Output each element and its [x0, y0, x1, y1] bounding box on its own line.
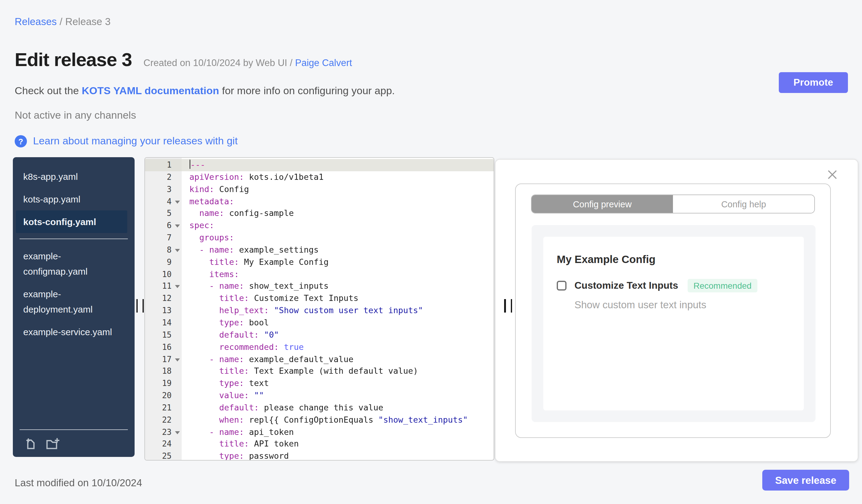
code-line-4[interactable]: 4metadata:	[145, 196, 494, 208]
title-row: Edit release 3 Created on 10/10/2024 by …	[15, 49, 352, 71]
fold-arrow-icon[interactable]	[175, 431, 180, 434]
code-text: type: text	[181, 377, 269, 389]
file-sidebar: k8s-app.yamlkots-app.yamlkots-config.yam…	[13, 157, 134, 457]
code-line-14[interactable]: 14 type: bool	[145, 317, 494, 329]
code-line-21[interactable]: 21 default: please change this value	[145, 402, 494, 414]
line-number: 24	[145, 438, 181, 450]
yaml-editor[interactable]: 1---2apiVersion: kots.io/v1beta13kind: C…	[144, 157, 494, 461]
fold-arrow-icon[interactable]	[175, 358, 180, 361]
fold-arrow-icon[interactable]	[175, 249, 180, 252]
config-item-row: Customize Text Inputs Recommended	[557, 279, 804, 292]
code-line-7[interactable]: 7 groups:	[145, 232, 494, 244]
code-line-20[interactable]: 20 value: ""	[145, 389, 494, 402]
config-preview-panel: Config previewConfig help My Example Con…	[495, 159, 858, 462]
code-line-18[interactable]: 18 title: Text Example (with default val…	[145, 366, 494, 378]
page-title: Edit release 3	[15, 49, 132, 71]
code-line-2[interactable]: 2apiVersion: kots.io/v1beta1	[145, 171, 494, 184]
line-number: 12	[145, 293, 181, 305]
code-line-15[interactable]: 15 default: "0"	[145, 329, 494, 341]
code-text: name: config-sample	[181, 208, 293, 220]
code-line-11[interactable]: 11 - name: show_text_inputs	[145, 280, 494, 293]
breadcrumb-releases-link[interactable]: Releases	[15, 16, 57, 27]
code-line-24[interactable]: 24 title: API token	[145, 438, 494, 450]
code-text: ---	[181, 159, 494, 171]
file-item-k8s-app.yaml[interactable]: k8s-app.yaml	[13, 165, 134, 188]
question-icon: ?	[15, 135, 27, 147]
sidebar-resize-handle[interactable]	[136, 299, 138, 313]
line-number: 9	[145, 256, 181, 268]
git-releases-link[interactable]: Learn about managing your releases with …	[33, 135, 238, 147]
code-line-9[interactable]: 9 title: My Example Config	[145, 256, 494, 268]
docs-suffix: for more info on configuring your app.	[219, 85, 395, 97]
code-text: apiVersion: kots.io/v1beta1	[181, 171, 324, 184]
config-card: Config previewConfig help My Example Con…	[515, 184, 831, 438]
code-line-25[interactable]: 25 type: password	[145, 450, 494, 461]
config-item-label: Customize Text Inputs	[574, 280, 678, 291]
sidebar-resize-handle[interactable]	[142, 299, 144, 313]
line-number: 15	[145, 329, 181, 341]
git-help-row: ? Learn about managing your releases wit…	[15, 135, 238, 147]
code-line-1[interactable]: 1---	[145, 159, 494, 171]
editor-code-area[interactable]: 1---2apiVersion: kots.io/v1beta13kind: C…	[145, 159, 494, 461]
file-item-example-service.yaml[interactable]: example-service.yaml	[13, 320, 134, 343]
new-file-icon[interactable]	[24, 437, 37, 450]
code-line-3[interactable]: 3kind: Config	[145, 183, 494, 196]
code-line-12[interactable]: 12 title: Customize Text Inputs	[145, 293, 494, 305]
code-line-13[interactable]: 13 help_text: "Show custom user text inp…	[145, 305, 494, 317]
file-item-kots-app.yaml[interactable]: kots-app.yaml	[13, 188, 134, 210]
docs-line: Check out the KOTS YAML documentation fo…	[15, 85, 395, 97]
code-text: - name: show_text_inputs	[181, 280, 328, 293]
code-line-19[interactable]: 19 type: text	[145, 377, 494, 389]
code-text: - name: api_token	[181, 426, 293, 438]
line-number: 8	[145, 244, 181, 256]
new-folder-icon[interactable]	[45, 437, 60, 450]
fold-arrow-icon[interactable]	[175, 285, 180, 288]
code-line-5[interactable]: 5 name: config-sample	[145, 208, 494, 220]
file-list: k8s-app.yamlkots-app.yamlkots-config.yam…	[13, 157, 134, 343]
line-number: 23	[145, 426, 181, 438]
line-number: 11	[145, 280, 181, 293]
line-number: 5	[145, 208, 181, 220]
save-release-button[interactable]: Save release	[762, 470, 849, 491]
code-line-16[interactable]: 16 recommended: true	[145, 341, 494, 353]
fold-arrow-icon[interactable]	[175, 225, 180, 227]
code-line-6[interactable]: 6spec:	[145, 220, 494, 232]
file-item-example-deployment.yaml[interactable]: example- deployment.yaml	[13, 282, 134, 320]
code-text: groups:	[181, 232, 234, 244]
code-line-17[interactable]: 17 - name: example_default_value	[145, 353, 494, 366]
breadcrumb-current: Release 3	[65, 16, 111, 27]
kots-docs-link[interactable]: KOTS YAML documentation	[82, 85, 219, 97]
fold-arrow-icon[interactable]	[175, 200, 180, 203]
line-number: 2	[145, 171, 181, 184]
tab-config-preview[interactable]: Config preview	[532, 195, 673, 213]
code-line-23[interactable]: 23 - name: api_token	[145, 426, 494, 438]
line-number: 7	[145, 232, 181, 244]
line-number: 13	[145, 305, 181, 317]
code-line-22[interactable]: 22 when: repl{{ ConfigOptionEquals "show…	[145, 414, 494, 426]
line-number: 14	[145, 317, 181, 329]
line-number: 16	[145, 341, 181, 353]
file-item-example-configmap.yaml[interactable]: example- configmap.yaml	[13, 245, 134, 282]
code-line-8[interactable]: 8 - name: example_settings	[145, 244, 494, 256]
breadcrumb: Releases / Release 3	[15, 16, 111, 27]
line-number: 10	[145, 268, 181, 280]
last-modified-text: Last modified on 10/10/2024	[15, 477, 142, 489]
code-text: - name: example_settings	[181, 244, 319, 256]
file-item-kots-config.yaml[interactable]: kots-config.yaml	[16, 210, 127, 233]
editor-resize-handle[interactable]	[511, 299, 512, 313]
docs-prefix: Check out the	[15, 85, 82, 97]
code-text: - name: example_default_value	[181, 353, 353, 366]
code-text: title: Customize Text Inputs	[181, 293, 358, 305]
line-number: 19	[145, 377, 181, 389]
created-by-link[interactable]: Paige Calvert	[295, 57, 352, 68]
promote-button[interactable]: Promote	[779, 72, 848, 93]
close-icon[interactable]	[827, 170, 837, 180]
code-text: title: Text Example (with default value)	[181, 366, 418, 378]
sidebar-footer	[19, 429, 128, 457]
code-text: help_text: "Show custom user text inputs…	[181, 305, 423, 317]
code-line-10[interactable]: 10 items:	[145, 268, 494, 280]
config-checkbox[interactable]	[557, 281, 566, 291]
tab-config-help[interactable]: Config help	[673, 195, 814, 213]
editor-resize-handle[interactable]	[504, 299, 506, 313]
line-number: 22	[145, 414, 181, 426]
